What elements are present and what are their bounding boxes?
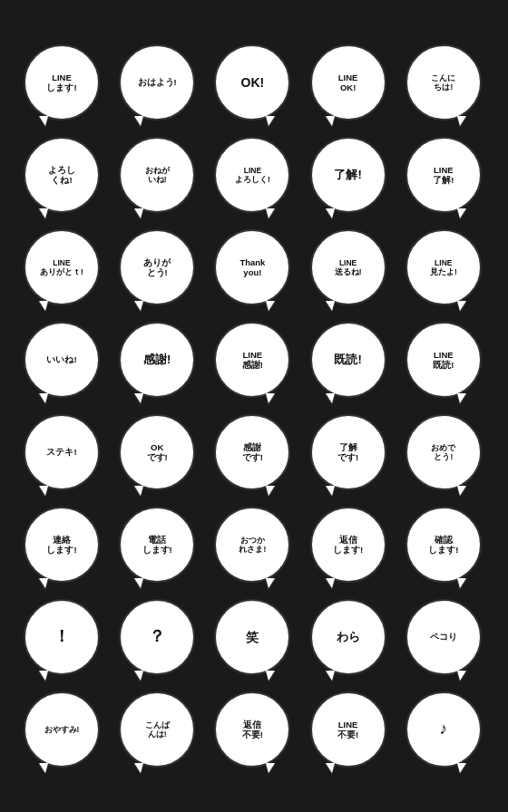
sticker-text-21: ステキ! (44, 445, 78, 459)
sticker-item-33[interactable]: 笑 (209, 594, 296, 681)
sticker-text-38: 返信 不要! (240, 718, 265, 742)
sticker-item-17[interactable]: 感謝! (113, 316, 200, 403)
sticker-text-17: 感謝! (142, 351, 172, 369)
sticker-item-10[interactable]: LINE 了解! (400, 131, 487, 218)
sticker-item-31[interactable]: ！ (18, 594, 105, 681)
sticker-text-19: 既読! (332, 351, 363, 369)
sticker-item-35[interactable]: ペコり (400, 594, 487, 681)
sticker-text-5: こんに ちは! (429, 72, 457, 93)
sticker-text-6: よろし くね! (46, 163, 77, 188)
sticker-text-25: おめで とう! (429, 441, 457, 463)
sticker-item-38[interactable]: 返信 不要! (209, 686, 296, 773)
sticker-text-33: 笑 (244, 628, 260, 647)
sticker-item-29[interactable]: 返信 します! (305, 501, 392, 588)
sticker-item-4[interactable]: LINE OK! (305, 39, 392, 126)
sticker-item-9[interactable]: 了解! (305, 131, 392, 218)
sticker-item-7[interactable]: おねが いね! (113, 131, 200, 218)
sticker-item-2[interactable]: おはよう! (113, 39, 200, 126)
sticker-text-30: 確認 します! (426, 533, 460, 557)
sticker-item-22[interactable]: OK です! (113, 409, 200, 496)
sticker-text-39: LINE 不要! (336, 718, 360, 742)
sticker-text-1: LINE します! (44, 71, 78, 95)
sticker-item-13[interactable]: Thank you! (209, 224, 296, 311)
sticker-text-28: おつか れさま! (237, 534, 268, 556)
sticker-item-40[interactable]: ♪ (400, 686, 487, 773)
sticker-text-11: LINE ありがとｔ! (38, 256, 85, 278)
sticker-item-21[interactable]: ステキ! (18, 409, 105, 496)
sticker-item-39[interactable]: LINE 不要! (305, 686, 392, 773)
sticker-text-14: LINE 送るね! (333, 256, 364, 278)
sticker-item-34[interactable]: わら (305, 594, 392, 681)
sticker-text-15: LINE 見たよ! (428, 256, 459, 278)
sticker-text-40: ♪ (437, 718, 449, 741)
sticker-item-6[interactable]: よろし くね! (18, 131, 105, 218)
sticker-text-7: おねが いね! (143, 164, 171, 186)
sticker-text-32: ？ (147, 625, 167, 649)
sticker-item-28[interactable]: おつか れさま! (209, 501, 296, 588)
sticker-text-36: おやすみ! (43, 723, 82, 736)
sticker-item-1[interactable]: LINE します! (18, 39, 105, 126)
sticker-text-4: LINE OK! (337, 71, 360, 95)
sticker-text-2: おはよう! (136, 75, 179, 89)
sticker-text-34: わら (335, 628, 362, 646)
sticker-item-5[interactable]: こんに ちは! (400, 39, 487, 126)
sticker-text-26: 連絡 します! (44, 533, 78, 557)
sticker-text-3: OK! (239, 73, 267, 92)
sticker-item-24[interactable]: 了解 です! (305, 409, 392, 496)
sticker-text-35: ペコり (428, 630, 459, 643)
sticker-item-15[interactable]: LINE 見たよ! (400, 224, 487, 311)
sticker-item-37[interactable]: こんば んは! (113, 686, 200, 773)
sticker-item-14[interactable]: LINE 送るね! (305, 224, 392, 311)
sticker-text-16: いいね! (44, 353, 78, 366)
sticker-text-23: 感謝 です! (240, 440, 265, 465)
sticker-item-25[interactable]: おめで とう! (400, 409, 487, 496)
sticker-item-11[interactable]: LINE ありがとｔ! (18, 224, 105, 311)
sticker-item-3[interactable]: OK! (209, 39, 296, 126)
sticker-item-32[interactable]: ？ (113, 594, 200, 681)
sticker-text-37: こんば んは! (143, 719, 171, 740)
sticker-text-12: ありが とう! (142, 256, 172, 280)
sticker-item-8[interactable]: LINE よろしく! (209, 131, 296, 218)
sticker-item-23[interactable]: 感謝 です! (209, 409, 296, 496)
sticker-text-10: LINE 了解! (431, 163, 455, 188)
sticker-text-9: 了解! (332, 166, 363, 184)
sticker-item-27[interactable]: 電話 します! (113, 501, 200, 588)
sticker-text-24: 了解 です! (336, 440, 360, 465)
sticker-item-16[interactable]: いいね! (18, 316, 105, 403)
sticker-text-27: 電話 します! (141, 533, 174, 557)
sticker-item-19[interactable]: 既読! (305, 316, 392, 403)
sticker-text-22: OK です! (145, 440, 170, 465)
sticker-item-36[interactable]: おやすみ! (18, 686, 105, 773)
sticker-text-13: Thank you! (238, 256, 267, 280)
sticker-text-29: 返信 します! (331, 533, 365, 557)
sticker-item-12[interactable]: ありが とう! (113, 224, 200, 311)
sticker-text-20: LINE 既読! (431, 348, 455, 372)
sticker-text-18: LINE 感謝! (240, 348, 265, 372)
sticker-item-20[interactable]: LINE 既読! (400, 316, 487, 403)
sticker-item-30[interactable]: 確認 します! (400, 501, 487, 588)
sticker-item-18[interactable]: LINE 感謝! (209, 316, 296, 403)
sticker-text-8: LINE よろしく! (233, 164, 272, 186)
sticker-item-26[interactable]: 連絡 します! (18, 501, 105, 588)
sticker-text-31: ！ (52, 625, 72, 649)
sticker-grid: LINE します!おはよう!OK!LINE OK!こんに ちは!よろし くね!お… (9, 30, 499, 782)
